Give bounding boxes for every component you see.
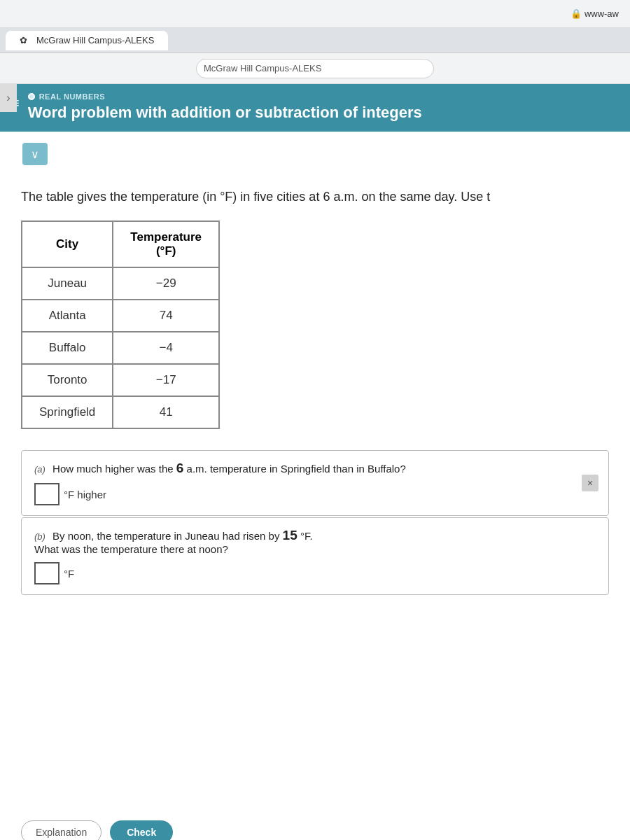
city-juneau: Juneau bbox=[22, 267, 113, 300]
city-buffalo: Buffalo bbox=[22, 332, 113, 364]
active-tab[interactable]: ✿ McGraw Hill Campus-ALEKS bbox=[6, 31, 168, 50]
question-b-text: (b) By noon, the temperature in Juneau h… bbox=[34, 528, 596, 555]
temperature-table: City Temperature (°F) Juneau −29 Atlanta… bbox=[21, 220, 220, 429]
toolbar: McGraw Hill Campus-ALEKS bbox=[0, 53, 630, 84]
category-circle-icon bbox=[28, 93, 35, 100]
browser-bar: 🔒 www-aw bbox=[0, 0, 630, 28]
col-temp-header: Temperature (°F) bbox=[113, 221, 219, 267]
url-display: 🔒 www-aw bbox=[570, 8, 619, 19]
highlight-15: 15 bbox=[283, 528, 298, 542]
question-b-line2: What was the temperature there at noon? bbox=[34, 543, 228, 555]
close-icon: × bbox=[587, 477, 593, 489]
nav-back-arrow[interactable]: › bbox=[0, 84, 17, 112]
table-row: Buffalo −4 bbox=[22, 332, 219, 364]
tab-bar: ✿ McGraw Hill Campus-ALEKS bbox=[0, 28, 630, 53]
question-a-text: (a) How much higher was the 6 a.m. tempe… bbox=[34, 461, 596, 476]
bottom-bar: Explanation Check bbox=[0, 806, 630, 840]
temp-toronto: −17 bbox=[113, 364, 219, 396]
question-b-box: (b) By noon, the temperature in Juneau h… bbox=[21, 517, 609, 595]
col-city-header: City bbox=[22, 221, 113, 267]
table-row: Toronto −17 bbox=[22, 364, 219, 396]
table-row: Juneau −29 bbox=[22, 267, 219, 300]
header-text: REAL NUMBERS Word problem with addition … bbox=[28, 92, 422, 122]
tab-favicon: ✿ bbox=[20, 35, 31, 46]
answer-a-unit: °F higher bbox=[64, 489, 106, 500]
highlight-6: 6 bbox=[176, 461, 184, 475]
question-a-answer-row: °F higher bbox=[34, 483, 596, 505]
answer-a-input[interactable] bbox=[34, 483, 59, 505]
tab-title: McGraw Hill Campus-ALEKS bbox=[36, 35, 154, 46]
chevron-down-icon: ∨ bbox=[31, 148, 39, 161]
temp-springfield: 41 bbox=[113, 396, 219, 428]
temp-buffalo: −4 bbox=[113, 332, 219, 364]
question-b-label: (b) bbox=[34, 531, 46, 542]
city-springfield: Springfield bbox=[22, 396, 113, 428]
temp-juneau: −29 bbox=[113, 267, 219, 300]
aleks-header: ≡ REAL NUMBERS Word problem with additio… bbox=[0, 84, 630, 132]
answer-b-input[interactable] bbox=[34, 562, 59, 584]
answer-b-unit: °F bbox=[64, 568, 74, 580]
question-b-answer-row: °F bbox=[34, 562, 596, 584]
city-atlanta: Atlanta bbox=[22, 300, 113, 332]
question-a-label: (a) bbox=[34, 464, 46, 475]
header-title: Word problem with addition or subtractio… bbox=[28, 104, 422, 122]
url-bar[interactable]: McGraw Hill Campus-ALEKS bbox=[196, 59, 434, 78]
question-a-box: (a) How much higher was the 6 a.m. tempe… bbox=[21, 450, 609, 516]
header-category: REAL NUMBERS bbox=[28, 92, 422, 101]
table-row: Springfield 41 bbox=[22, 396, 219, 428]
temp-atlanta: 74 bbox=[113, 300, 219, 332]
close-button-a[interactable]: × bbox=[582, 475, 598, 491]
collapse-button[interactable]: ∨ bbox=[22, 143, 48, 165]
city-toronto: Toronto bbox=[22, 364, 113, 396]
table-row: Atlanta 74 bbox=[22, 300, 219, 332]
check-button[interactable]: Check bbox=[110, 820, 173, 840]
collapse-section: ∨ bbox=[0, 132, 630, 176]
explanation-button[interactable]: Explanation bbox=[21, 820, 102, 840]
url-text: McGraw Hill Campus-ALEKS bbox=[204, 63, 321, 74]
problem-intro: The table gives the temperature (in °F) … bbox=[21, 188, 609, 206]
lock-icon: 🔒 bbox=[570, 8, 582, 19]
main-content: The table gives the temperature (in °F) … bbox=[0, 176, 630, 806]
